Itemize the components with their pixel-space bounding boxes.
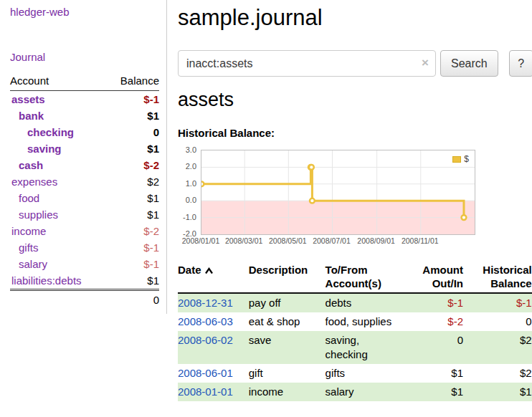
transaction-description: save [249, 331, 326, 364]
account-row: assets $-1 [10, 91, 159, 108]
search-button[interactable]: Search [440, 50, 498, 77]
x-tick-label: 2008/01/01 [179, 236, 222, 245]
account-link-salary[interactable]: salary [19, 258, 47, 270]
chart-x-axis: 2008/01/012008/03/012008/05/012008/07/01… [201, 236, 474, 246]
y-tick-label: 2.0 [178, 162, 196, 171]
account-link-food[interactable]: food [19, 192, 39, 204]
account-link-assets[interactable]: assets [11, 93, 45, 105]
y-tick-label: -1.0 [178, 213, 196, 221]
account-balance-food: $1 [107, 190, 159, 206]
y-tick-label: 3.0 [178, 145, 196, 154]
column-header-balance: Historical Balance [465, 262, 532, 293]
accounts-table: Account Balance assets $-1 bank $1 check… [10, 73, 159, 308]
transaction-balance: $2 [465, 364, 532, 383]
column-header-amount: Amount Out/In [407, 262, 465, 293]
accounts-header-balance: Balance [107, 73, 159, 91]
account-row: gifts $-1 [10, 239, 159, 256]
sidebar: hledger-web Journal Account Balance asse… [0, 0, 167, 314]
transaction-date-link[interactable]: 2008-06-01 [178, 367, 233, 379]
transaction-balance: $-1 [465, 293, 532, 312]
x-tick-label: 2008/05/01 [266, 236, 309, 245]
transaction-amount: $1 [407, 364, 465, 383]
series-swatch-icon [452, 156, 461, 163]
chart-y-axis: 3.02.01.00.0-1.0-2.0 [178, 150, 196, 234]
search-form: × Search ? [178, 50, 532, 77]
account-balance-supplies: $1 [107, 206, 159, 223]
help-button[interactable]: ? [509, 50, 532, 77]
account-row: food $1 [10, 190, 159, 206]
accounts-header-row: Account Balance [10, 73, 159, 91]
account-link-gifts[interactable]: gifts [19, 241, 39, 254]
column-header-date[interactable]: Date [178, 262, 249, 293]
x-tick-label: 2008/07/01 [310, 236, 353, 245]
accounts-total-row: 0 [10, 290, 159, 309]
page: hledger-web Journal Account Balance asse… [0, 0, 532, 401]
account-row: cash $-2 [10, 157, 159, 173]
account-link-expenses[interactable]: expenses [11, 176, 57, 188]
account-balance-expenses: $2 [107, 173, 159, 190]
column-header-date-label: Date [178, 264, 201, 276]
transaction-row: 2008-06-01 gift gifts $1 $2 [178, 364, 532, 383]
y-tick-label: 0.0 [178, 196, 196, 204]
chart-title: Historical Balance: [178, 127, 532, 140]
x-tick-label: 2008/11/01 [399, 236, 442, 245]
transaction-date-link[interactable]: 2008-06-03 [178, 315, 233, 327]
account-balance-saving: $1 [107, 140, 159, 157]
account-row: income $-2 [10, 223, 159, 239]
chart-legend: $ [450, 153, 471, 165]
transaction-accounts: saving, checking [326, 331, 407, 364]
register-heading: assets [178, 89, 532, 111]
transaction-date-link[interactable]: 2008-12-31 [178, 297, 233, 309]
historical-balance-chart: 3.02.01.00.0-1.0-2.0 $ 2008/01/012008/03… [178, 145, 479, 249]
column-header-accounts: To/From Account(s) [326, 262, 407, 293]
sidebar-item-journal[interactable]: Journal [10, 51, 159, 63]
transaction-row: 2008-06-02 save saving, checking 0 $2 [178, 331, 532, 364]
transaction-description: eat & shop [249, 312, 326, 331]
chart-canvas [201, 150, 475, 234]
account-row: saving $1 [10, 140, 159, 157]
transaction-balance: $1 [465, 383, 532, 401]
register-header-row: Date Description To/From Account(s) Amou… [178, 262, 532, 293]
account-link-supplies[interactable]: supplies [19, 208, 58, 221]
transaction-date-link[interactable]: 2008-06-02 [178, 334, 233, 346]
page-title: sample.journal [178, 4, 532, 32]
account-balance-checking: 0 [107, 124, 159, 140]
account-balance-cash: $-2 [107, 157, 159, 173]
accounts-total-value: 0 [107, 290, 159, 309]
account-link-liabilities-debts[interactable]: liabilities:debts [11, 274, 82, 287]
column-header-description: Description [249, 262, 326, 293]
register-table: Date Description To/From Account(s) Amou… [178, 262, 532, 401]
account-link-cash[interactable]: cash [19, 159, 43, 171]
transaction-accounts: salary [326, 383, 407, 401]
search-input[interactable] [178, 50, 436, 77]
x-tick-label: 2008/09/01 [355, 236, 398, 245]
account-link-income[interactable]: income [11, 225, 46, 237]
account-link-saving[interactable]: saving [27, 143, 62, 155]
account-balance-assets: $-1 [107, 91, 159, 108]
transaction-accounts: food, supplies [326, 312, 407, 331]
transaction-amount: $-1 [407, 293, 465, 312]
clear-search-icon[interactable]: × [422, 56, 429, 70]
brand-link[interactable]: hledger-web [10, 6, 159, 18]
transaction-accounts: gifts [326, 364, 407, 383]
transaction-date-link[interactable]: 2008-01-01 [178, 385, 233, 398]
account-balance-income: $-2 [107, 223, 159, 239]
account-row: salary $-1 [10, 256, 159, 272]
account-balance-gifts: $-1 [107, 239, 159, 256]
accounts-header-account: Account [10, 73, 107, 91]
account-link-checking[interactable]: checking [27, 126, 74, 138]
account-balance-salary: $-1 [107, 256, 159, 272]
transaction-row: 2008-06-03 eat & shop food, supplies $-2… [178, 312, 532, 331]
account-balance-bank: $1 [107, 107, 159, 124]
transaction-description: income [249, 383, 326, 401]
transaction-row: 2008-12-31 pay off debts $-1 $-1 [178, 293, 532, 312]
transaction-description: pay off [249, 293, 326, 312]
x-tick-label: 2008/03/01 [222, 236, 265, 245]
series-label: $ [464, 154, 469, 164]
account-row: expenses $2 [10, 173, 159, 190]
transaction-amount: 0 [407, 331, 465, 364]
transaction-balance: $2 [465, 331, 532, 364]
account-link-bank[interactable]: bank [19, 110, 44, 122]
chart-plot-area: $ [201, 150, 475, 235]
account-row: supplies $1 [10, 206, 159, 223]
